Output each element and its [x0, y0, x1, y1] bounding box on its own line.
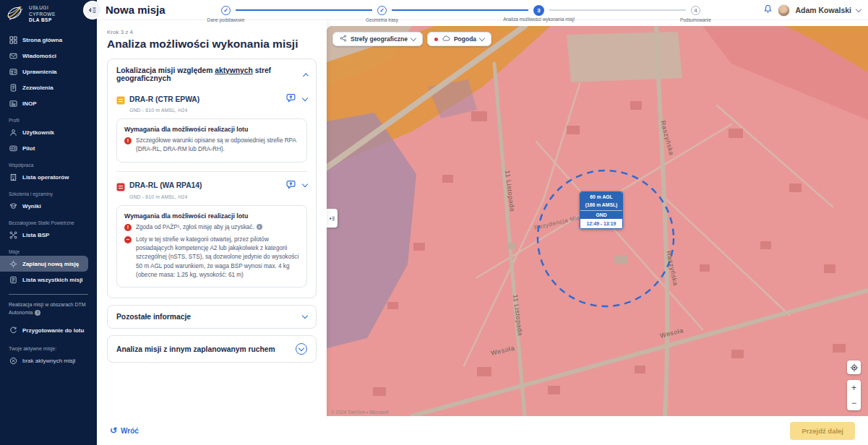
zone-row-dra-rl[interactable]: DRA-RL (WA RPA14) [116, 179, 307, 192]
sidebar-item-label: Lista wszystkich misji [22, 277, 83, 283]
stepper-connector [549, 9, 686, 11]
sidebar-item-lista-bsp[interactable]: Lista BSP [0, 227, 97, 243]
active-missions-empty: brak aktywnych misji [0, 353, 97, 369]
locate-button[interactable] [847, 360, 861, 374]
chevron-down-icon[interactable] [302, 95, 308, 100]
chevron-down-icon [479, 35, 485, 40]
drone-swoosh-icon [6, 4, 25, 25]
traffic-accordion-header[interactable]: Analiza misji z innym zaplanowanym ruche… [108, 336, 316, 362]
undo-icon: ↺ [110, 426, 117, 435]
sidebar-item-uprawnienia[interactable]: Uprawnienia [0, 64, 97, 79]
show-zone-on-map-icon[interactable] [286, 179, 296, 192]
sidebar-section-wspolpraca: Współpraca [0, 156, 97, 169]
panel-title: Analiza możliwości wykonania misji [107, 38, 317, 51]
show-zone-on-map-icon[interactable] [286, 92, 296, 105]
sidebar-divider [9, 294, 88, 295]
step-podsumowanie[interactable]: 4 Podsumowanie [691, 6, 700, 15]
zone-actions [286, 92, 307, 105]
sidebar-collapse-button[interactable] [85, 2, 100, 18]
alert-icon: ! [124, 137, 132, 144]
stepper-connector [392, 9, 528, 11]
sidebar-item-label: Wiadomości [22, 53, 56, 59]
back-button[interactable]: ↺ Wróć [110, 426, 139, 435]
sidebar-item-lista-operatorow[interactable]: Lista operatorów [0, 169, 97, 185]
document-icon [9, 83, 17, 92]
active-missions-value: brak aktywnych misji [22, 358, 75, 364]
alert-icon: ! [124, 224, 132, 231]
person-icon [9, 128, 17, 137]
chevron-down-icon [302, 313, 308, 319]
sidebar-item-wyniki[interactable]: Wyniki [0, 198, 97, 214]
list-document-icon [9, 275, 17, 284]
sidebar-item-zaplanuj-nowa-misje[interactable]: Zaplanuj nową misję [0, 256, 88, 272]
zones-filter-dropdown[interactable]: Strefy geograficzne [332, 32, 423, 46]
info-icon[interactable]: i [35, 310, 40, 316]
step-label: Podsumowanie [680, 17, 711, 22]
accordion-title: Analiza misji z innym zaplanowanym ruche… [116, 345, 275, 353]
building-icon [9, 173, 17, 181]
weather-status-dot [434, 38, 438, 41]
weather-filter-dropdown[interactable]: Pogoda [427, 32, 491, 46]
step-label: Dane podstawowe [207, 17, 245, 22]
sidebar-item-label: Lista BSP [22, 232, 49, 238]
stepper: ✓ Dane podstawowe ✓ Geometria trasy 3 An… [221, 0, 700, 20]
chevron-down-icon[interactable] [302, 181, 308, 187]
footer-bar: ↺ Wróć Przejdź dalej [97, 416, 868, 445]
location-accordion-header[interactable]: Lokalizacja misji względem aktywnych str… [108, 59, 316, 90]
sidebar-item-przygotowanie-do-lotu[interactable]: Przygotowanie do lotu [0, 323, 97, 339]
location-accordion-body: DRA-R (CTR EPWA) GND - 610 m AMSL, H [108, 92, 316, 298]
sidebar-section-bsp: Bezzałogowe Statki Powietrzne [0, 214, 97, 227]
step-marker: 3 [533, 5, 544, 16]
badge-icon [9, 67, 17, 76]
zone-actions [286, 179, 307, 192]
panel-collapse-tab[interactable] [327, 209, 338, 228]
tooltip-time: 12:49 - 13:19 [580, 219, 622, 228]
zone-row-dra-r[interactable]: DRA-R (CTR EPWA) [116, 92, 307, 105]
other-info-accordion-header[interactable]: Pozostałe informacje [108, 306, 316, 328]
sidebar-item-wiadomosci[interactable]: Wiadomości [0, 48, 97, 64]
avatar[interactable] [778, 4, 790, 17]
next-button[interactable]: Przejdź dalej [790, 422, 855, 440]
info-icon[interactable]: i [257, 224, 262, 230]
step-analiza-mozliwosci[interactable]: 3 Analiza możliwości wykonania misji [533, 5, 544, 16]
user-menu[interactable]: Adam Kowalski [763, 0, 861, 20]
chevron-down-circle-icon[interactable] [296, 343, 307, 355]
crosshair-icon [9, 259, 17, 268]
user-name: Adam Kowalski [795, 6, 851, 14]
stepper-connector [236, 9, 372, 11]
step-marker: 4 [691, 6, 700, 15]
sidebar-item-uzytkownik[interactable]: Użytkownik [0, 124, 97, 140]
traffic-accordion: Analiza misji z innym zaplanowanym ruche… [107, 335, 317, 363]
sidebar-item-label: Przygotowanie do lotu [22, 327, 84, 334]
sidebar-item-strona-glowna[interactable]: Strona główna [0, 32, 97, 48]
bell-icon[interactable] [763, 4, 773, 17]
drone-icon [9, 230, 17, 239]
requirement-item: ! Szczegółowe warunki opisane są w odpow… [124, 137, 299, 155]
sidebar-item-label: Pilot [22, 145, 35, 152]
active-missions-label: Twoje aktywne misje: [0, 339, 97, 353]
sidebar-item-lista-wszystkich-misji[interactable]: Lista wszystkich misji [0, 272, 97, 288]
requirements-title: Wymagania dla możliwości realizacji lotu [124, 126, 299, 133]
map-zoom-control: + − [847, 380, 861, 410]
no-entry-icon: − [124, 236, 132, 243]
requirements-title: Wymagania dla możliwości realizacji lotu [124, 212, 299, 220]
zoom-in-button[interactable]: + [847, 380, 861, 395]
step-dane-podstawowe[interactable]: ✓ Dane podstawowe [221, 6, 231, 15]
crossed-circle-icon [9, 357, 17, 366]
weather-filter-label: Pogoda [454, 35, 476, 43]
chevron-down-icon [856, 6, 861, 12]
sidebar-item-zezwolenia[interactable]: Zezwolenia [0, 79, 97, 95]
sidebar-item-label: INOP [22, 100, 37, 107]
sidebar-item-pilot[interactable]: Pilot [0, 140, 97, 156]
divider [116, 171, 307, 172]
zoom-out-button[interactable]: − [847, 395, 861, 410]
accordion-title: Pozostałe informacje [116, 313, 191, 321]
step-label: Geometria trasy [366, 17, 398, 22]
sidebar-item-inop[interactable]: INOP [0, 95, 97, 111]
zone-yellow-icon [116, 95, 125, 103]
sidebar-section-misje: Misje [0, 243, 97, 256]
step-geometria-trasy[interactable]: ✓ Geometria trasy [377, 6, 387, 15]
network-icon [340, 35, 347, 43]
requirement-item: ! Zgoda od PAŻP¹, zgłoś misję aby ją uzy… [124, 223, 299, 232]
sidebar-item-label: Zaplanuj nową misję [22, 261, 79, 267]
